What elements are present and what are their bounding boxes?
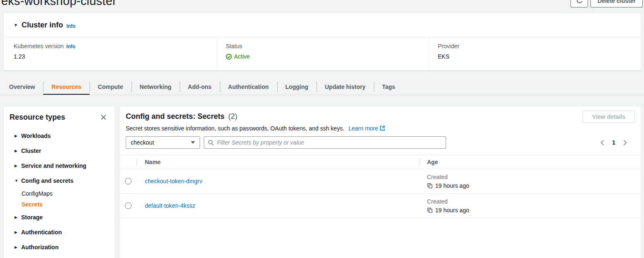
sidebar-item-workloads[interactable]: ▶ Workloads [4,128,115,143]
status-active-icon [226,54,232,60]
created-label: Created [427,174,641,180]
view-details-button[interactable]: View details [583,111,635,123]
chevron-right-icon: ▶ [15,149,21,153]
row-radio-button[interactable] [125,202,132,209]
next-page-button[interactable] [620,138,629,147]
sidebar-item-config-and-secrets[interactable]: ▼ Config and secrets [4,173,115,188]
sidebar-item-label: Authentication [21,229,62,236]
sidebar-item-authentication[interactable]: ▶ Authentication [4,225,115,240]
sidebar-item-label: Storage [21,214,43,221]
secret-name-link[interactable]: checkout-token-dmgrv [145,178,202,184]
tab-tags[interactable]: Tags [374,79,404,95]
delete-cluster-button[interactable]: Delete cluster [590,0,643,7]
chevron-right-icon: ▶ [15,230,21,234]
sidebar-item-configmaps[interactable]: ConfigMaps [4,188,115,199]
provider-value: EKS [438,53,641,60]
cluster-info-header[interactable]: ▼ Cluster info Info [4,13,641,37]
tab-compute[interactable]: Compute [90,79,132,95]
kubernetes-version-info-link[interactable]: Info [66,44,76,49]
copy-icon[interactable] [427,183,433,189]
chevron-right-icon: ▶ [15,215,21,219]
tab-overview[interactable]: Overview [1,79,43,95]
search-input[interactable] [217,139,442,146]
status-value: Active [234,53,250,60]
secrets-table: Name Age checkout-token-dmgrv Created 19… [120,155,641,218]
field-kubernetes-version: Kubernetes versionInfo 1.23 [4,37,217,71]
kubernetes-version-label: Kubernetes version [14,43,64,49]
sidebar-item-label: Config and secrets [21,177,73,184]
table-row: default-token-4kssz Created 19 hours ago [120,194,641,218]
cluster-tabs: Overview Resources Compute Networking Ad… [1,79,403,95]
caret-down-icon [191,141,195,144]
created-label: Created [427,198,641,205]
cluster-info-card: ▼ Cluster info Info Kubernetes versionIn… [3,13,641,71]
resource-types-title: Resource types [10,113,65,122]
collapse-triangle-icon: ▼ [14,23,18,27]
field-status: Status Active [217,37,429,71]
sidebar-item-secrets[interactable]: Secrets [4,199,115,210]
copy-icon[interactable] [427,207,433,213]
chevron-right-icon: ▶ [15,164,21,168]
sidebar-item-label: Cluster [21,147,41,154]
status-label: Status [226,43,429,49]
cluster-info-info-link[interactable]: Info [66,23,76,29]
current-page-number[interactable]: 1 [611,139,616,146]
sidebar-item-cluster[interactable]: ▶ Cluster [4,143,115,158]
tab-authentication[interactable]: Authentication [220,79,277,95]
refresh-icon [576,0,583,4]
tab-resources[interactable]: Resources [43,79,90,95]
secrets-panel: Config and secrets: Secrets (2) View det… [120,106,641,258]
field-provider: Provider EKS [429,37,641,71]
filter-dropdown[interactable]: checkout [126,136,200,149]
kubernetes-version-value: 1.23 [14,53,217,60]
column-header-age: Age [420,159,641,165]
tab-networking[interactable]: Networking [132,79,180,95]
pagination: 1 [598,138,629,147]
secrets-description: Secret stores sensitive information, suc… [126,125,344,132]
tab-add-ons[interactable]: Add-ons [180,79,220,95]
close-icon[interactable] [99,113,108,122]
tab-logging[interactable]: Logging [277,79,317,95]
sidebar-item-label: Service and networking [21,162,86,169]
secrets-panel-title: Config and secrets: Secrets [126,112,224,120]
chevron-right-icon: ▶ [15,245,21,249]
chevron-down-icon: ▼ [15,179,21,183]
sidebar-item-label: Workloads [21,133,51,139]
refresh-button[interactable] [571,0,588,7]
cluster-info-title: Cluster info [22,21,63,29]
sidebar-item-storage[interactable]: ▶ Storage [4,210,115,225]
row-radio-button[interactable] [125,178,132,184]
learn-more-label: Learn more [349,125,378,132]
secrets-count: (2) [228,112,237,120]
age-value: 19 hours ago [435,182,469,189]
provider-label: Provider [438,43,641,49]
sidebar-item-service-and-networking[interactable]: ▶ Service and networking [4,158,115,173]
column-header-name: Name [137,159,420,165]
learn-more-link[interactable]: Learn more [349,125,385,132]
tabs-divider [0,95,644,95]
search-icon [208,140,214,146]
previous-page-button[interactable] [598,138,607,147]
chevron-right-icon: ▶ [15,134,21,138]
filter-dropdown-value: checkout [131,139,154,146]
search-box [204,136,446,149]
table-header: Name Age [120,155,641,169]
age-value: 19 hours ago [435,207,469,214]
sidebar-item-authorization[interactable]: ▶ Authorization [4,240,115,255]
resource-types-panel: Resource types ▶ Workloads ▶ Cluster ▶ S… [3,106,115,258]
tab-update-history[interactable]: Update history [317,79,374,95]
sidebar-item-label: Authorization [21,244,59,251]
secret-name-link[interactable]: default-token-4kssz [145,202,195,209]
page-title: eks-workshop-cluster [1,0,117,8]
table-row: checkout-token-dmgrv Created 19 hours ag… [120,169,641,194]
external-link-icon [380,125,385,131]
